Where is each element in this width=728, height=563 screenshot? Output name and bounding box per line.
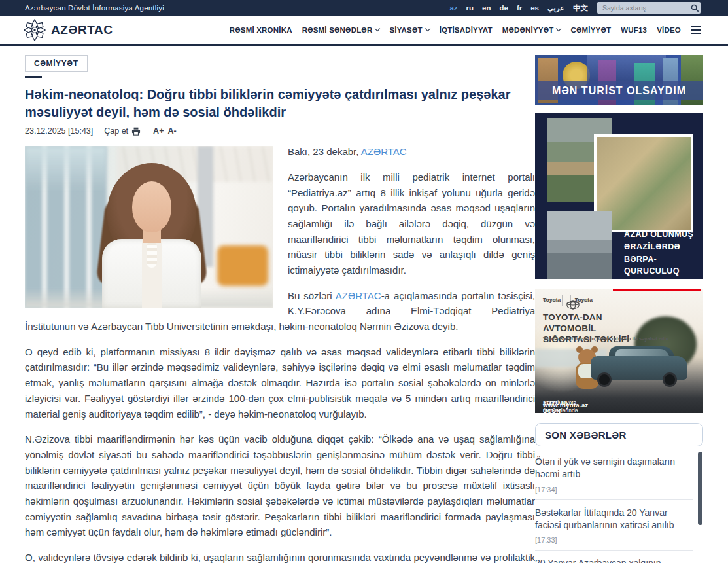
toyota-ad-url[interactable]: www.toyota.az (543, 401, 589, 409)
lang-zh[interactable]: 中文 (573, 3, 588, 13)
news-list-item[interactable]: 20 Yanvar Azərbaycan xalqının qəhrəmanlı… (535, 551, 693, 563)
lang-ar[interactable]: عربي (547, 3, 564, 12)
search-input[interactable] (602, 4, 691, 12)
nav-resmi-senedler[interactable]: RƏSMİ SƏNƏDLƏR (302, 26, 380, 34)
chevron-down-icon (556, 26, 561, 31)
azertac-logo[interactable]: AZƏRTAC (24, 19, 113, 41)
chevron-down-icon (375, 26, 380, 31)
nav-video[interactable]: VİDEO (657, 26, 681, 34)
main-navigation: RƏSMİ XRONİKA RƏSMİ SƏNƏDLƏR SİYASƏT İQT… (230, 26, 701, 34)
print-button[interactable]: Çap et (104, 126, 141, 136)
topbar-right: az ru en de fr es عربي 中文 (449, 2, 701, 14)
lang-fr[interactable]: fr (517, 4, 522, 12)
toyota-ad-brands: ToyotaCasco ToyotaKasko (543, 295, 589, 306)
news-timestamp: [17:34] (535, 486, 693, 494)
article-date: 23.12.2025 [15:43] (25, 126, 93, 136)
nav-wuf13[interactable]: WUF13 (621, 26, 647, 34)
top-bar: Azərbaycan Dövlət İnformasiya Agentliyi … (0, 0, 728, 16)
liberated-territories-banner[interactable]: AZAD OLUNMUŞ ƏRAZİLƏRDƏ BƏRPA-QURUCULUQ … (535, 113, 703, 279)
article-photo (25, 146, 273, 308)
article-body: Bakı, 23 dekabr, AZƏRTAC Azərbaycanın il… (25, 144, 535, 563)
lang-es[interactable]: es (530, 4, 539, 12)
latest-news-header: SON XƏBƏRLƏR (535, 423, 703, 446)
article-meta: 23.12.2025 [15:43] Çap et A+ A- (25, 126, 535, 136)
article-paragraph: O qeyd edib ki, platformanın missiyası 8… (25, 344, 535, 422)
news-list-scrollbar[interactable] (698, 452, 702, 525)
news-timestamp: [17:33] (535, 536, 693, 544)
nav-cemiyyet[interactable]: CƏMİYYƏT (570, 26, 611, 34)
site-header: AZƏRTAC RƏSMİ XRONİKA RƏSMİ SƏNƏDLƏR SİY… (0, 16, 728, 46)
tourist-banner-title: MƏN TURİST OLSAYDIM (535, 85, 703, 97)
article-paragraph: N.Əzizova tibbi maarifləndirmənin hər kə… (25, 431, 535, 540)
category-underline (25, 76, 42, 78)
hamburger-menu-icon[interactable] (691, 26, 701, 34)
nav-iqtisadiyyat[interactable]: İQTİSADİYYAT (440, 26, 493, 34)
liberated-banner-title: AZAD OLUNMUŞ ƏRAZİLƏRDƏ BƏRPA-QURUCULUQ … (624, 228, 699, 279)
toyota-ad-subline: Toyota Kaskonu seçin, könül rahatlığı il… (543, 336, 670, 342)
search-icon[interactable] (691, 4, 699, 12)
font-decrease-button[interactable]: A- (167, 126, 176, 136)
lang-de[interactable]: de (499, 4, 508, 12)
font-increase-button[interactable]: A+ (153, 126, 164, 136)
news-list-item[interactable]: Bəstəkarlar İttifaqında 20 Yanvar faciəs… (535, 500, 693, 551)
language-switcher: az ru en de fr es عربي 中文 (449, 3, 588, 13)
nav-resmi-xronika[interactable]: RƏSMİ XRONİKA (230, 26, 292, 34)
site-search[interactable] (597, 2, 701, 14)
azertac-link[interactable]: AZƏRTAC (336, 290, 381, 301)
latest-news-list: Ötən il yük və sərnişin daşımaların həcm… (535, 449, 703, 563)
azertac-star-ornament-icon (24, 19, 46, 41)
font-size-controls: A+ A- (153, 126, 177, 136)
printer-icon (131, 127, 141, 136)
ad-red-line (613, 289, 701, 291)
article-title: Həkim-neonatoloq: Doğru tibbi biliklərin… (25, 86, 534, 120)
banner-photo-tile (547, 211, 612, 279)
sidebar: MƏN TURİST OLSAYDIM AZAD OLUNMUŞ ƏRAZİLƏ… (535, 55, 703, 563)
chevron-down-icon (425, 26, 430, 31)
azertac-link[interactable]: AZƏRTAC (361, 146, 407, 157)
lang-ru[interactable]: ru (466, 4, 474, 12)
nav-medeniyyet[interactable]: MƏDƏNİYYƏT (502, 26, 561, 34)
sidebar-divider (532, 422, 532, 563)
toyota-ad-banner[interactable]: ToyotaCasco ToyotaKasko TOYOTA-DAN AVTOM… (535, 289, 703, 413)
brand-name: AZƏRTAC (51, 23, 113, 37)
lang-en[interactable]: en (482, 4, 491, 12)
lang-az[interactable]: az (449, 4, 457, 12)
nav-siyaset[interactable]: SİYASƏT (389, 26, 429, 34)
news-list-item[interactable]: Ötən il yük və sərnişin daşımaların həcm… (535, 449, 693, 500)
article-main: CƏMİYYƏT Həkim-neonatoloq: Doğru tibbi b… (25, 55, 535, 563)
tourist-banner[interactable]: MƏN TURİST OLSAYDIM (535, 55, 703, 105)
agency-name: Azərbaycan Dövlət İnformasiya Agentliyi (25, 4, 164, 12)
article-paragraph: O, valideynlərə tövsiyə edərək bildirib … (25, 550, 535, 563)
category-badge[interactable]: CƏMİYYƏT (25, 55, 88, 72)
